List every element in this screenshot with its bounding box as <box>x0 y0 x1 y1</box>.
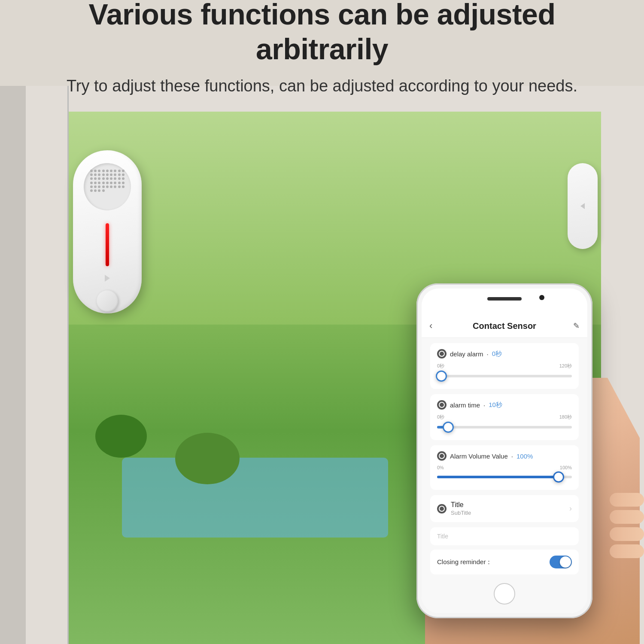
speaker-dot <box>110 182 112 184</box>
top-text-area: Various functions can be adjusted arbitr… <box>0 0 644 86</box>
app-header: ‹ Contact Sensor ✎ <box>422 314 587 338</box>
back-button[interactable]: ‹ <box>429 320 432 331</box>
title-icon <box>437 504 447 513</box>
alarm-volume-track <box>437 476 572 478</box>
toggle-knob <box>560 556 571 568</box>
speaker-dot <box>102 173 105 176</box>
phone-container: ‹ Contact Sensor ✎ delay alarm <box>408 283 631 644</box>
title-input-row: Title <box>430 527 579 545</box>
alarm-time-label-row: alarm time · 10秒 <box>437 400 572 410</box>
alarm-volume-separator: · <box>511 453 513 460</box>
delay-alarm-slider[interactable] <box>437 370 572 382</box>
speaker-dot <box>102 177 105 180</box>
speaker-dot <box>106 173 109 176</box>
delay-alarm-value: 0秒 <box>492 350 502 358</box>
app-title: Contact Sensor <box>473 321 536 331</box>
speaker-dot <box>94 170 97 172</box>
delay-alarm-separator: · <box>487 350 489 358</box>
alarm-time-track <box>437 426 572 428</box>
speaker-dot <box>94 182 97 184</box>
speaker-dot <box>98 185 100 188</box>
phone-home-button[interactable] <box>494 583 515 605</box>
magnet-arrow-icon <box>580 203 585 209</box>
alarm-volume-min-label: 0% <box>437 465 444 470</box>
finger-4 <box>610 544 644 558</box>
app-content: delay alarm · 0秒 0秒 120秒 <box>422 338 587 613</box>
main-heading: Various functions can be adjusted arbitr… <box>26 0 618 67</box>
speaker-dot <box>122 177 125 180</box>
closing-reminder-row: Closing reminder： <box>430 550 579 574</box>
speaker-dot <box>106 185 109 188</box>
delay-alarm-label-row: delay alarm · 0秒 <box>437 349 572 358</box>
alarm-time-min-label: 0秒 <box>437 414 444 420</box>
alarm-volume-thumb[interactable] <box>553 471 564 483</box>
alarm-time-thumb[interactable] <box>443 422 454 433</box>
title-subtitle-row[interactable]: Title SubTitle › <box>430 495 579 522</box>
speaker-dot <box>122 185 125 188</box>
phone-body: ‹ Contact Sensor ✎ delay alarm <box>416 283 592 618</box>
speaker-dot <box>98 177 100 180</box>
finger-2 <box>610 510 644 524</box>
speaker-dot <box>90 185 93 188</box>
speaker-dot <box>94 185 97 188</box>
speaker-dot <box>118 173 121 176</box>
speaker-dot <box>102 182 105 184</box>
alarm-volume-row: Alarm Volume Value · 100% 0% 100% <box>430 445 579 490</box>
speaker-dot <box>94 177 97 180</box>
alarm-volume-slider[interactable] <box>437 471 572 483</box>
speaker-dot <box>114 185 116 188</box>
speaker-dot <box>106 170 109 172</box>
alarm-volume-value: 100% <box>516 453 533 460</box>
bush-2 <box>175 433 240 484</box>
speaker-dot <box>122 182 125 184</box>
delay-alarm-icon-inner <box>439 351 445 357</box>
sub-heading: Try to adjust these functions, can be ad… <box>67 75 577 97</box>
title-input-label: Title <box>437 533 448 540</box>
speaker-dot <box>90 177 93 180</box>
delay-alarm-icon <box>437 349 447 358</box>
speaker-dot <box>110 170 112 172</box>
alarm-time-icon-inner <box>439 402 445 408</box>
speaker-dot <box>122 170 125 172</box>
phone-camera-icon <box>539 295 544 300</box>
delay-alarm-thumb[interactable] <box>436 371 447 382</box>
speaker-dot <box>102 189 105 192</box>
speaker-dot <box>122 173 125 176</box>
speaker-dot <box>110 177 112 180</box>
title-col: Title SubTitle <box>451 501 471 516</box>
closing-reminder-toggle[interactable] <box>550 556 572 568</box>
alarm-time-slider[interactable] <box>437 421 572 433</box>
speaker-dot <box>98 170 100 172</box>
alarm-time-label: alarm time <box>450 401 480 409</box>
speaker-dot <box>90 182 93 184</box>
title-sub-text: SubTitle <box>451 510 471 516</box>
speaker-dot <box>94 173 97 176</box>
speaker-dot <box>118 177 121 180</box>
speaker-dot <box>98 189 100 192</box>
device-arrow-icon <box>105 275 110 282</box>
alarm-volume-icon-inner <box>439 453 445 459</box>
speaker-dot <box>102 170 105 172</box>
page-container: Various functions can be adjusted arbitr… <box>0 0 644 644</box>
speaker-dot <box>98 182 100 184</box>
speaker-dot <box>110 185 112 188</box>
delay-alarm-track <box>437 375 572 377</box>
speaker-dot <box>94 189 97 192</box>
red-indicator <box>106 223 109 266</box>
delay-alarm-max-label: 120秒 <box>559 363 572 369</box>
alarm-volume-max-label: 100% <box>560 465 572 470</box>
delay-alarm-slider-labels: 0秒 120秒 <box>437 363 572 369</box>
chevron-right-icon: › <box>569 504 572 513</box>
fingers <box>610 493 644 558</box>
edit-button[interactable]: ✎ <box>573 321 580 331</box>
delay-alarm-min-label: 0秒 <box>437 363 444 369</box>
scene-area: ‹ Contact Sensor ✎ delay alarm <box>0 86 644 644</box>
speaker-dot <box>90 173 93 176</box>
phone-speaker-bar <box>487 297 522 301</box>
sensor-magnet <box>568 163 598 249</box>
speaker-dot <box>98 173 100 176</box>
alarm-volume-fill <box>437 476 559 478</box>
speaker-dot <box>110 173 112 176</box>
sensor-device-main <box>73 150 142 313</box>
speaker-dot <box>114 170 116 172</box>
